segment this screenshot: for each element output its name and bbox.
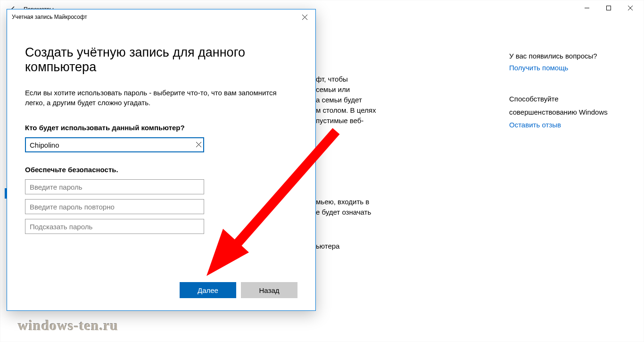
maximize-button[interactable] <box>598 1 619 15</box>
dialog-title: Учетная запись Майкрософт <box>12 14 87 20</box>
questions-label: У вас появились вопросы? <box>509 52 622 60</box>
bg-paragraph-1: фт, чтобы семьи или а семьи будет м стол… <box>316 74 410 126</box>
next-button[interactable]: Далее <box>180 282 236 298</box>
improve-label-1: Способствуйте <box>509 94 622 104</box>
username-field-wrap <box>25 137 204 152</box>
watermark: windows-ten.ru <box>18 317 118 334</box>
clear-icon[interactable] <box>196 141 201 149</box>
create-account-dialog: Учетная запись Майкрософт Создать учётну… <box>7 9 316 311</box>
password-input[interactable] <box>25 179 204 194</box>
dialog-close-button[interactable] <box>294 10 315 24</box>
close-button[interactable] <box>619 1 641 15</box>
minimize-button[interactable] <box>576 1 598 15</box>
bg-paragraph-2: мьею, входить в е будет означать <box>316 197 410 217</box>
get-help-link[interactable]: Получить помощь <box>509 64 622 72</box>
dialog-footer: Далее Назад <box>7 282 315 310</box>
dialog-description: Если вы хотите использовать пароль - выб… <box>25 88 289 108</box>
svg-rect-1 <box>607 6 611 10</box>
password-group <box>25 179 297 234</box>
dialog-body: Создать учётную запись для данного компь… <box>7 25 315 282</box>
dialog-titlebar: Учетная запись Майкрософт <box>7 9 315 25</box>
security-label: Обеспечьте безопасность. <box>25 166 297 174</box>
improve-label-2: совершенствованию Windows <box>509 108 622 117</box>
password-hint-input[interactable] <box>25 219 204 234</box>
back-button[interactable]: Назад <box>241 282 297 298</box>
bg-paragraph-3: ьютера <box>316 241 410 251</box>
password-confirm-input[interactable] <box>25 199 204 214</box>
dialog-heading: Создать учётную запись для данного компь… <box>25 45 297 75</box>
bg-body-text: фт, чтобы семьи или а семьи будет м стол… <box>316 74 410 251</box>
username-input[interactable] <box>25 137 204 152</box>
right-sidebar: У вас появились вопросы? Получить помощь… <box>509 52 622 129</box>
window-controls <box>576 1 641 15</box>
username-label: Кто будет использовать данный компьютер? <box>25 124 297 132</box>
feedback-link[interactable]: Оставить отзыв <box>509 121 622 129</box>
